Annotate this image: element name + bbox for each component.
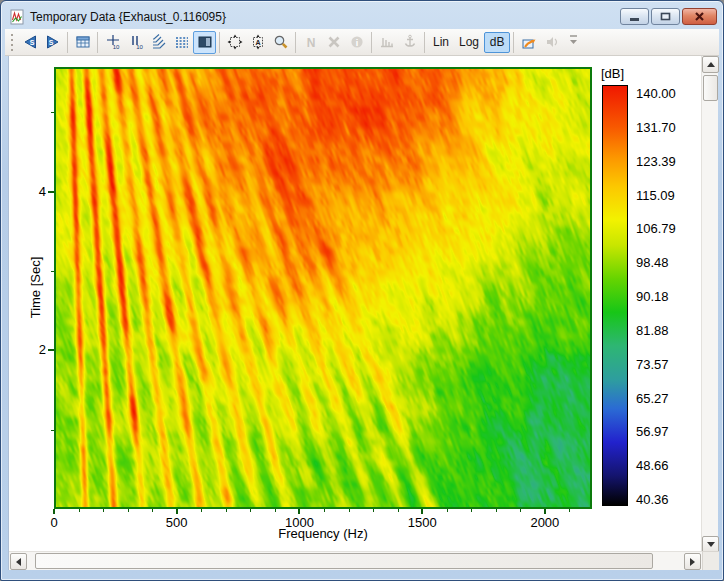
single-cursor-button[interactable]: 10 xyxy=(101,31,124,54)
right-arrow-icon xyxy=(690,558,699,566)
x-tick-label: 500 xyxy=(147,515,207,530)
y-minor-tick xyxy=(51,430,54,431)
x-tick-label: 2000 xyxy=(515,515,575,530)
minimize-button[interactable] xyxy=(620,8,649,25)
x-minor-tick xyxy=(152,509,153,512)
x-minor-tick xyxy=(128,509,129,512)
colorbar xyxy=(602,85,628,506)
toolbar-separator xyxy=(513,32,514,53)
export-icon xyxy=(521,34,537,50)
zoom-auto-y-button[interactable]: A xyxy=(246,31,269,54)
y-tick-label: 4 xyxy=(24,184,46,199)
toolbar-overflow-button[interactable] xyxy=(569,32,578,52)
curve-display-button[interactable] xyxy=(170,31,193,54)
close-button[interactable] xyxy=(682,8,717,25)
svg-text:S: S xyxy=(48,39,53,46)
zoom-fit-button[interactable] xyxy=(223,31,246,54)
colorbar-tick-label: 90.18 xyxy=(636,289,669,304)
left-arrow-icon xyxy=(12,558,21,566)
restore-button[interactable] xyxy=(651,8,680,25)
x-tick-label: 1000 xyxy=(269,515,329,530)
colorbar-tick-label: 65.27 xyxy=(636,391,669,406)
harmonic-cursor-icon: 10 xyxy=(128,34,144,50)
y-tick-label: 2 xyxy=(24,342,46,357)
toolbar-grip[interactable] xyxy=(9,32,16,52)
x-minor-tick xyxy=(201,509,202,512)
zoom-fit-icon xyxy=(227,34,243,50)
spectrogram-plot[interactable] xyxy=(54,67,592,509)
zoom-auto-y-icon: A xyxy=(250,34,266,50)
x-minor-tick xyxy=(349,509,350,512)
x-minor-tick xyxy=(471,509,472,512)
curve-display-icon xyxy=(174,34,190,50)
colormap-view-button[interactable] xyxy=(193,31,216,54)
colorbar-unit-label: [dB] xyxy=(601,66,624,81)
title-bar[interactable]: Temporary Data {Exhaust_0.116095} xyxy=(5,4,719,29)
y-tick xyxy=(48,349,54,351)
y-minor-tick xyxy=(51,112,54,113)
up-arrow-icon xyxy=(707,58,715,67)
zoom-in-button[interactable] xyxy=(269,31,292,54)
toolbar: S S 10 10 xyxy=(5,29,719,56)
toolbar-overflow-icon xyxy=(569,32,578,48)
play-sound-button xyxy=(540,31,563,54)
close-icon xyxy=(694,12,705,21)
vertical-scroll-thumb[interactable] xyxy=(703,75,718,101)
previous-record-button[interactable]: S xyxy=(18,31,41,54)
x-tick xyxy=(544,509,546,514)
app-icon xyxy=(9,9,25,25)
x-minor-tick xyxy=(447,509,448,512)
x-tick-label: 1500 xyxy=(392,515,452,530)
log-scale-button[interactable]: Log xyxy=(454,32,484,53)
window-controls xyxy=(620,8,719,25)
vertical-scrollbar[interactable] xyxy=(701,56,718,553)
scroll-right-button[interactable] xyxy=(684,553,701,570)
waterfall-view-icon xyxy=(151,34,167,50)
horizontal-scrollbar[interactable] xyxy=(9,551,702,570)
y-axis-label: Time [Sec] xyxy=(28,248,43,328)
x-minor-tick xyxy=(79,509,80,512)
waterfall-view-button[interactable] xyxy=(147,31,170,54)
speaker-icon xyxy=(544,34,560,50)
x-minor-tick xyxy=(324,509,325,512)
colorbar-tick-label: 81.88 xyxy=(636,323,669,338)
colorbar-tick-label: 123.39 xyxy=(636,154,676,169)
db-scale-button[interactable]: dB xyxy=(484,32,510,53)
resize-grip[interactable] xyxy=(702,551,719,570)
window-title: Temporary Data {Exhaust_0.116095} xyxy=(30,10,226,24)
comb-marker-icon xyxy=(379,34,395,50)
horizontal-scroll-thumb[interactable] xyxy=(35,553,653,569)
x-minor-tick xyxy=(520,509,521,512)
x-tick xyxy=(176,509,178,514)
x-minor-tick xyxy=(250,509,251,512)
harmonic-cursor-button[interactable]: 10 xyxy=(124,31,147,54)
colorbar-tick-label: 48.66 xyxy=(636,458,669,473)
previous-record-icon: S xyxy=(22,34,38,50)
svg-text:S: S xyxy=(29,39,34,46)
delete-curve-icon xyxy=(326,34,342,50)
info-icon: i xyxy=(349,34,365,50)
toolbar-separator xyxy=(295,32,296,53)
lin-scale-button[interactable]: Lin xyxy=(428,32,454,53)
svg-text:10: 10 xyxy=(136,44,143,50)
scroll-up-button[interactable] xyxy=(702,56,719,73)
restore-icon xyxy=(660,12,671,21)
colorbar-tick-label: 131.70 xyxy=(636,120,676,135)
x-tick-label: 0 xyxy=(24,515,84,530)
colorbar-tick-label: 98.48 xyxy=(636,255,669,270)
scroll-left-button[interactable] xyxy=(10,553,27,570)
x-tick xyxy=(421,509,423,514)
info-button: i xyxy=(345,31,368,54)
export-button[interactable] xyxy=(517,31,540,54)
x-tick xyxy=(53,509,55,514)
x-minor-tick xyxy=(373,509,374,512)
data-grid-icon xyxy=(75,34,91,50)
x-minor-tick xyxy=(226,509,227,512)
x-minor-tick xyxy=(569,509,570,512)
anchor-marker-icon xyxy=(402,34,418,50)
next-record-button[interactable]: S xyxy=(41,31,64,54)
data-grid-button[interactable] xyxy=(71,31,94,54)
single-cursor-icon: 10 xyxy=(105,34,121,50)
y-tick xyxy=(48,191,54,193)
y-minor-tick xyxy=(51,271,54,272)
